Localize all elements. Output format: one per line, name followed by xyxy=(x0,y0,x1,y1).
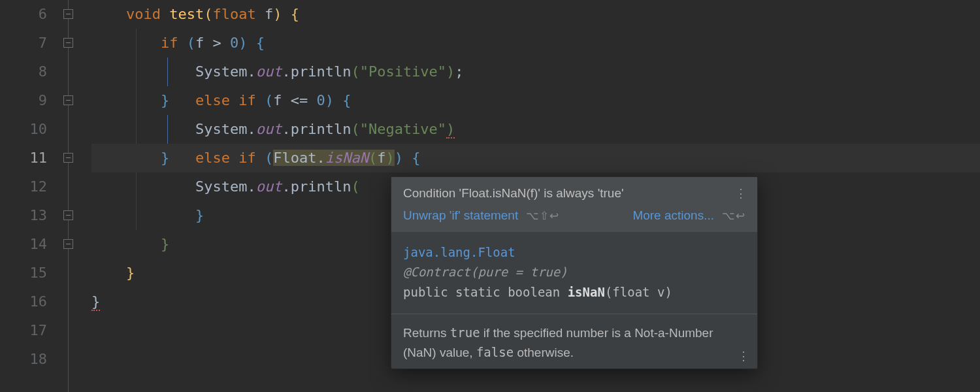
paren: ) xyxy=(325,92,334,108)
line-number: 15 xyxy=(0,259,47,287)
variable: f xyxy=(195,35,204,51)
brace: } xyxy=(195,207,204,223)
code-line[interactable]: } else if (f <= 0) { xyxy=(91,86,980,115)
string: "Negative" xyxy=(360,121,446,137)
quickdoc-description: Returns true if the specified number is … xyxy=(391,314,757,368)
paren: ( xyxy=(204,6,212,22)
paren: ( xyxy=(351,63,359,80)
more-actions-link[interactable]: More actions... xyxy=(632,208,714,223)
brace: } xyxy=(161,92,169,108)
line-number: 7 xyxy=(0,29,47,57)
keyword: if xyxy=(161,35,178,51)
fold-column: – – – – – – xyxy=(59,0,78,392)
code-line[interactable]: System.out.println("Negative") xyxy=(91,115,980,144)
inspection-message: Condition 'Float.isNaN(f)' is always 'tr… xyxy=(403,186,624,201)
brace: } xyxy=(161,150,169,166)
field: out xyxy=(256,178,282,195)
paren: ) xyxy=(238,35,247,51)
operator: > xyxy=(204,35,230,51)
more-vert-icon[interactable]: ⋮ xyxy=(735,188,745,199)
class-ref: Float xyxy=(273,150,316,166)
fold-toggle-icon[interactable]: – xyxy=(63,95,73,105)
class-ref: System xyxy=(195,63,247,80)
string: "Positive" xyxy=(360,63,446,80)
line-number: 8 xyxy=(0,57,47,86)
line-number: 16 xyxy=(0,287,47,316)
line-number: 13 xyxy=(0,201,47,230)
line-number-current: 11 xyxy=(0,144,47,172)
line-number: 18 xyxy=(0,345,47,374)
line-number: 6 xyxy=(0,0,47,29)
line-number: 17 xyxy=(0,316,47,345)
keyword: else xyxy=(195,150,230,166)
brace: } xyxy=(126,265,135,281)
fold-toggle-icon[interactable]: – xyxy=(63,239,73,249)
method-call: isNaN xyxy=(325,150,368,166)
keyword: float xyxy=(212,6,255,22)
code-line[interactable]: void test(float f) { xyxy=(91,0,980,29)
method-call: println xyxy=(291,121,351,137)
more-vert-icon[interactable]: ⋮ xyxy=(738,350,748,362)
paren: ( xyxy=(265,150,273,166)
line-number: 12 xyxy=(0,172,47,201)
doc-signature: public static boolean isNaN(float v) xyxy=(403,282,745,302)
quickfix-unwrap-link[interactable]: Unwrap 'if' statement xyxy=(403,208,518,223)
brace: { xyxy=(256,35,265,51)
number: 0 xyxy=(230,35,238,51)
method-call: println xyxy=(291,178,351,195)
brace: { xyxy=(342,92,351,108)
fold-toggle-icon[interactable]: – xyxy=(63,153,73,163)
class-ref: System xyxy=(195,178,247,195)
field: out xyxy=(256,63,282,80)
code-editor[interactable]: 6 7 8 9 10 11 12 13 14 15 16 17 18 – – –… xyxy=(0,0,980,392)
paren: ( xyxy=(351,121,359,137)
variable: f xyxy=(377,150,385,166)
line-number: 9 xyxy=(0,86,47,115)
paren: ( xyxy=(351,178,359,195)
keyword: if xyxy=(238,150,256,166)
code-line[interactable]: System.out.println("Positive"); xyxy=(91,57,980,86)
keyword: void xyxy=(126,6,161,22)
variable: f xyxy=(273,92,282,108)
brace: } xyxy=(161,236,169,252)
quickdoc-signature: java.lang.Float @Contract(pure = true) p… xyxy=(391,232,757,314)
method-call: println xyxy=(291,63,351,80)
gutter: 6 7 8 9 10 11 12 13 14 15 16 17 18 xyxy=(0,0,59,392)
operator: <= xyxy=(282,92,316,108)
parameter: f xyxy=(265,6,273,22)
code-line[interactable]: if (f > 0) { xyxy=(91,29,980,57)
paren: ) xyxy=(273,6,282,22)
line-number: 10 xyxy=(0,115,47,144)
brace-error: } xyxy=(91,293,100,311)
code-line-current[interactable]: } else if (Float.isNaN(f)) { xyxy=(91,144,980,172)
paren: ) xyxy=(395,150,403,166)
paren: ( xyxy=(368,150,377,166)
fold-toggle-icon[interactable]: – xyxy=(63,210,73,220)
method-name: test xyxy=(169,6,204,22)
shortcut-label: ⌥⇧↩ xyxy=(526,209,559,223)
paren: ( xyxy=(265,92,273,108)
class-ref: System xyxy=(195,121,247,137)
fold-toggle-icon[interactable]: – xyxy=(63,38,73,48)
paren: ) xyxy=(385,150,394,166)
keyword: else xyxy=(195,92,230,108)
doc-package: java.lang.Float xyxy=(403,242,745,262)
doc-annotation: @Contract(pure = true) xyxy=(403,262,745,282)
paren-error: ) xyxy=(446,121,455,139)
inspection-popup: Condition 'Float.isNaN(f)' is always 'tr… xyxy=(391,176,758,369)
brace: { xyxy=(291,6,299,22)
line-number: 14 xyxy=(0,230,47,259)
inspection-header: Condition 'Float.isNaN(f)' is always 'tr… xyxy=(391,177,757,232)
shortcut-label: ⌥↩ xyxy=(722,209,745,223)
keyword: if xyxy=(238,92,256,108)
field: out xyxy=(256,121,282,137)
brace: { xyxy=(412,150,420,166)
paren: ( xyxy=(187,35,195,51)
paren: ) xyxy=(446,63,455,80)
fold-toggle-icon[interactable]: – xyxy=(63,9,73,19)
number: 0 xyxy=(316,92,325,108)
